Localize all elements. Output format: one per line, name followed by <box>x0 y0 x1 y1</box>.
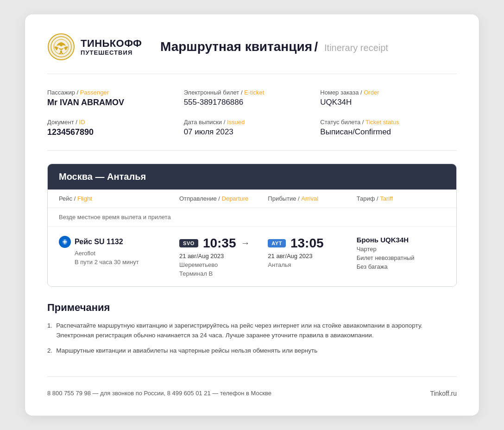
booking-ref: Бронь UQK34H <box>357 236 445 244</box>
header: ТИНЬКОФФ ПУТЕШЕСТВИЯ Маршрутная квитанци… <box>47 33 457 74</box>
header-title-area: Маршрутная квитанция / Itinerary receipt <box>160 39 388 54</box>
arrival-city: Анталья <box>268 261 356 268</box>
note-item-1: 1. Распечатайте маршрутную квитанцию и з… <box>47 321 457 341</box>
flight-number: Рейс SU 1132 <box>75 238 123 246</box>
footer-contacts: 8 800 755 79 98 — для звонков по России,… <box>47 390 271 397</box>
note-1-text: Распечатайте маршрутную квитанцию и заре… <box>56 321 457 341</box>
document-value: 1234567890 <box>47 127 184 137</box>
eticket-label: Электронный билет / E-ticket <box>184 89 321 96</box>
logo-brand-subtitle: ПУТЕШЕСТВИЯ <box>81 49 142 56</box>
departure-airport-badge: SVO <box>179 239 198 247</box>
svg-point-3 <box>60 44 63 46</box>
order-cell: Номер заказа / Order UQK34H <box>320 89 457 108</box>
route-column-headers: Рейс / Flight Отправление / Departure Пр… <box>48 190 456 208</box>
arrival-time-row: AYT 13:05 <box>268 236 356 251</box>
order-value: UQK34H <box>320 98 457 107</box>
logo-brand-name: ТИНЬКОФФ <box>81 38 142 49</box>
departure-time-row: SVO 10:35 → <box>179 236 268 251</box>
local-time-note: Везде местное время вылета и прилета <box>48 208 456 227</box>
arrival-cell: AYT 13:05 21 авг/Aug 2023 Анталья <box>268 236 356 268</box>
departure-city: Шереметьево <box>179 261 268 268</box>
document-label: Документ / ID <box>47 119 184 126</box>
col-flight: Рейс / Flight <box>59 195 179 202</box>
notes-title: Примечания <box>47 302 457 314</box>
header-title-en: Itinerary receipt <box>324 43 388 53</box>
col-arrival: Прибытие / Arrival <box>268 195 356 202</box>
issued-value: 07 июля 2023 <box>184 127 321 137</box>
svg-point-0 <box>48 34 74 60</box>
departure-cell: SVO 10:35 → 21 авг/Aug 2023 Шереметьево … <box>179 236 268 277</box>
departure-time: 10:35 <box>203 236 236 251</box>
logo-area: ТИНЬКОФФ ПУТЕШЕСТВИЯ <box>47 33 149 61</box>
issued-cell: Дата выписки / Issued 07 июля 2023 <box>184 119 321 137</box>
flight-row: Рейс SU 1132 Aeroflot В пути 2 часа 30 м… <box>48 227 456 286</box>
flight-name-row: Рейс SU 1132 <box>59 236 179 248</box>
note-2-text: Маршрутные квитанции и авиабилеты на чар… <box>56 346 317 356</box>
eticket-value: 555-3891786886 <box>184 98 321 107</box>
col-departure: Отправление / Departure <box>179 195 268 202</box>
tariff-refund: Билет невозвратный <box>357 254 445 261</box>
departure-date: 21 авг/Aug 2023 <box>179 253 268 259</box>
issued-label: Дата выписки / Issued <box>184 119 321 126</box>
tariff-type: Чартер <box>357 246 445 253</box>
eticket-cell: Электронный билет / E-ticket 555-3891786… <box>184 89 321 108</box>
svg-point-7 <box>64 241 66 243</box>
logo-icon <box>47 33 75 61</box>
logo-text: ТИНЬКОФФ ПУТЕШЕСТВИЯ <box>81 38 142 56</box>
svg-rect-4 <box>60 51 62 53</box>
departure-terminal: Терминал В <box>179 270 268 277</box>
flight-info: Рейс SU 1132 Aeroflot В пути 2 часа 30 м… <box>59 236 179 266</box>
footer-brand: Tinkoff.ru <box>430 390 457 397</box>
tariff-cell: Бронь UQK34H Чартер Билет невозвратный Б… <box>357 236 445 270</box>
footer: 8 800 755 79 98 — для звонков по России,… <box>47 390 457 397</box>
arrival-date: 21 авг/Aug 2023 <box>268 253 356 259</box>
col-tariff: Тариф / Tariff <box>357 195 445 202</box>
flight-duration: В пути 2 часа 30 минут <box>59 259 179 266</box>
notes-list: 1. Распечатайте маршрутную квитанцию и з… <box>47 321 457 356</box>
route-section: Москва — Анталья Рейс / Flight Отправлен… <box>47 164 457 287</box>
header-separator: / <box>315 39 322 54</box>
info-grid: Пассажир / Passenger Mr IVAN ABRAMOV Эле… <box>47 89 457 151</box>
tariff-baggage: Без багажа <box>357 263 445 270</box>
passenger-cell: Пассажир / Passenger Mr IVAN ABRAMOV <box>47 89 184 108</box>
receipt-card: ТИНЬКОФФ ПУТЕШЕСТВИЯ Маршрутная квитанци… <box>25 14 479 416</box>
route-header: Москва — Анталья <box>48 164 456 190</box>
passenger-label: Пассажир / Passenger <box>47 89 184 96</box>
order-label: Номер заказа / Order <box>320 89 457 96</box>
status-cell: Статус билета / Ticket status Выписан/Co… <box>320 119 457 137</box>
flight-airline: Aeroflot <box>59 250 179 257</box>
arrow-icon: → <box>241 238 250 248</box>
status-value: Выписан/Confirmed <box>320 127 457 137</box>
passenger-value: Mr IVAN ABRAMOV <box>47 98 184 108</box>
svg-rect-5 <box>59 53 61 54</box>
arrival-airport-badge: AYT <box>268 239 286 247</box>
document-cell: Документ / ID 1234567890 <box>47 119 184 137</box>
arrival-time: 13:05 <box>290 236 324 251</box>
status-label: Статус билета / Ticket status <box>320 119 457 126</box>
header-title-ru: Маршрутная квитанция <box>160 39 312 54</box>
svg-rect-6 <box>62 53 63 54</box>
note-item-2: 2. Маршрутные квитанции и авиабилеты на … <box>47 346 457 356</box>
aeroflot-icon <box>59 236 71 248</box>
notes-section: Примечания 1. Распечатайте маршрутную кв… <box>47 302 457 377</box>
